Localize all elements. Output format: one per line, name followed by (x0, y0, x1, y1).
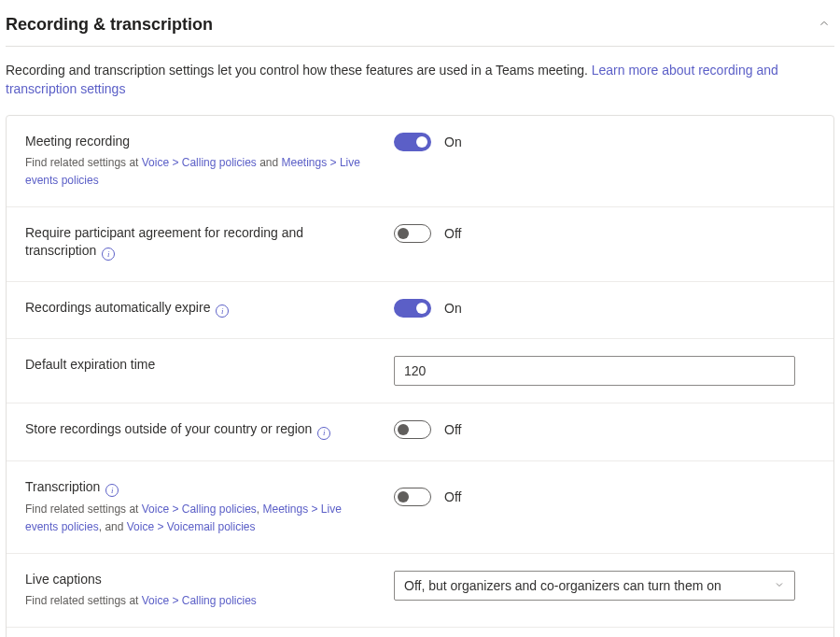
setting-title: Meeting recording (25, 133, 375, 150)
section-description: Recording and transcription settings let… (6, 47, 834, 115)
setting-control: On (394, 299, 815, 318)
setting-subtext: Find related settings at Voice > Calling… (25, 154, 375, 190)
setting-label-area: Require participant agreement for record… (25, 224, 394, 264)
toggle-thumb (416, 303, 427, 314)
setting-label-area: Recordings automatically expire i (25, 299, 394, 321)
toggle-thumb (398, 228, 409, 239)
setting-label-area: Transcription i Find related settings at… (25, 478, 394, 536)
setting-store-outside: Store recordings outside of your country… (7, 403, 833, 460)
settings-panel: Meeting recording Find related settings … (6, 115, 834, 637)
setting-copilot: Copilot i On only with retained transcri… (7, 628, 833, 637)
toggle-state-label: Off (444, 489, 461, 504)
toggle-state-label: Off (444, 226, 461, 241)
default-expiration-input[interactable] (394, 356, 795, 386)
related-prefix: Find related settings at (25, 594, 142, 607)
voice-calling-policies-link[interactable]: Voice > Calling policies (142, 503, 257, 516)
info-icon[interactable]: i (317, 427, 330, 440)
setting-default-expiration: Default expiration time (7, 339, 833, 403)
info-icon[interactable]: i (102, 248, 115, 261)
voice-calling-policies-link[interactable]: Voice > Calling policies (142, 156, 257, 169)
section-header: Recording & transcription (6, 6, 834, 47)
toggle-wrap: Off (394, 420, 461, 439)
related-prefix: Find related settings at (25, 156, 142, 169)
setting-title: Live captions (25, 571, 375, 588)
setting-control (394, 356, 815, 386)
comma-and: , and (99, 520, 127, 533)
toggle-wrap: Off (394, 224, 461, 243)
toggle-thumb (398, 491, 409, 503)
setting-label-area: Default expiration time (25, 356, 394, 377)
auto-expire-toggle[interactable] (394, 299, 431, 318)
setting-title-text: Store recordings outside of your country… (25, 421, 312, 436)
setting-live-captions: Live captions Find related settings at V… (7, 554, 833, 628)
description-text: Recording and transcription settings let… (6, 63, 592, 78)
and-word: and (257, 156, 282, 169)
setting-meeting-recording: Meeting recording Find related settings … (7, 116, 833, 207)
setting-control: Off (394, 478, 815, 506)
setting-label-area: Meeting recording Find related settings … (25, 133, 394, 190)
setting-require-agreement: Require participant agreement for record… (7, 207, 833, 282)
toggle-wrap: Off (394, 478, 461, 506)
setting-control: On (394, 133, 815, 151)
setting-control: Off (394, 420, 815, 439)
collapse-section-button[interactable] (814, 13, 834, 36)
chevron-down-icon (774, 578, 785, 593)
section-title: Recording & transcription (6, 15, 213, 35)
toggle-wrap: On (394, 299, 462, 318)
toggle-state-label: On (444, 301, 462, 316)
related-prefix: Find related settings at (25, 503, 142, 516)
setting-label-area: Live captions Find related settings at V… (25, 571, 394, 610)
setting-subtext: Find related settings at Voice > Calling… (25, 501, 375, 536)
info-icon[interactable]: i (216, 304, 229, 318)
setting-title: Default expiration time (25, 356, 375, 374)
toggle-thumb (398, 424, 409, 435)
info-icon[interactable]: i (105, 484, 119, 497)
setting-label-area: Store recordings outside of your country… (25, 420, 394, 443)
require-agreement-toggle[interactable] (394, 224, 431, 243)
select-value: Off, but organizers and co-organizers ca… (404, 578, 721, 593)
toggle-state-label: Off (444, 422, 461, 437)
toggle-state-label: On (444, 134, 462, 149)
setting-title-text: Transcription (25, 479, 100, 494)
setting-auto-expire: Recordings automatically expire i On (7, 282, 833, 339)
setting-title: Store recordings outside of your country… (25, 420, 375, 439)
toggle-thumb (416, 136, 427, 148)
voice-voicemail-link[interactable]: Voice > Voicemail policies (127, 520, 256, 533)
live-captions-select[interactable]: Off, but organizers and co-organizers ca… (394, 571, 795, 601)
chevron-up-icon (818, 18, 831, 33)
setting-title-text: Require participant agreement for record… (25, 225, 303, 258)
setting-title: Recordings automatically expire i (25, 299, 375, 318)
setting-control: Off, but organizers and co-organizers ca… (394, 571, 815, 601)
setting-subtext: Find related settings at Voice > Calling… (25, 592, 375, 610)
setting-title-text: Recordings automatically expire (25, 300, 210, 315)
setting-transcription: Transcription i Find related settings at… (7, 461, 833, 554)
toggle-wrap: On (394, 133, 462, 151)
store-outside-toggle[interactable] (394, 420, 431, 439)
voice-calling-policies-link[interactable]: Voice > Calling policies (142, 594, 257, 607)
transcription-toggle[interactable] (394, 488, 431, 506)
setting-control: Off (394, 224, 815, 243)
meeting-recording-toggle[interactable] (394, 133, 431, 151)
setting-title: Transcription i (25, 478, 375, 497)
setting-title: Require participant agreement for record… (25, 224, 375, 261)
